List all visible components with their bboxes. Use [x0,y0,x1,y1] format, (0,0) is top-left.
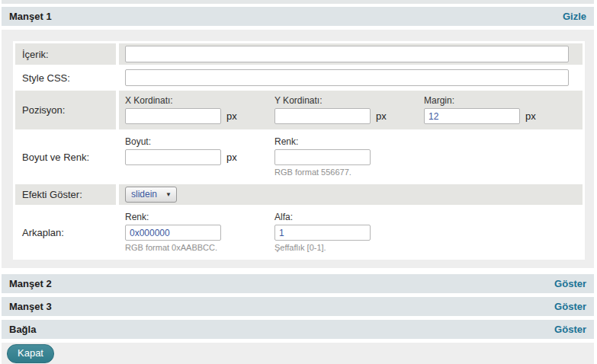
accordion-widget: Manşet 1 Gizle İçerik: Style CSS: Pozisy… [2,0,594,364]
px-unit: px [226,110,237,122]
margin-label: Margin: [424,95,573,106]
margin-group: Margin: px [424,94,573,124]
panel-title: Manşet 3 [9,301,52,312]
form-row-pozisyon: Pozisyon: X Kordinatı: px Y Kordinatı: [15,91,583,129]
x-coordinate-group: X Kordinatı: px [125,94,274,124]
panel-header-manset-3: Manşet 3 Göster [2,297,594,316]
arkaplan-renk-group: Renk: RGB format 0xAABBCC. [125,211,274,252]
renk-group: Renk: RGB format 556677. [274,136,424,177]
form-row-style-css: Style CSS: [15,67,583,88]
x-coordinate-input[interactable] [125,108,221,124]
form-row-boyut-ve-renk: Boyut ve Renk: Boyut: px Renk: [15,132,583,182]
pozisyon-label: Pozisyon: [15,91,116,129]
panel-header-manset-1: Manşet 1 Gizle [2,7,594,26]
show-link[interactable]: Göster [554,301,586,312]
arkaplan-renk-input[interactable] [125,225,221,241]
manset-1-panel-body: İçerik: Style CSS: Pozisyon: X Kordinatı… [2,30,594,268]
effect-select[interactable]: slidein ▼ [125,187,177,203]
y-coordinate-input[interactable] [274,108,371,124]
alfa-group: Alfa: Şeffaflık [0-1]. [274,211,424,252]
x-coordinate-label: X Kordinatı: [125,95,274,106]
alfa-input[interactable] [274,225,371,241]
panel-title: Manşet 2 [9,278,52,289]
icerik-input[interactable] [125,46,569,62]
chevron-down-icon: ▼ [165,191,172,198]
renk-label: Renk: [274,136,424,147]
top-divider [2,0,594,4]
form-row-arkaplan: Arkaplan: Renk: RGB format 0xAABBCC. Alf… [15,207,583,257]
panel-header-bagla: Bağla Göster [2,320,594,339]
footer-bar: Kapat [2,343,594,364]
arkaplan-label: Arkaplan: [15,207,116,257]
style-css-input[interactable] [125,69,569,86]
alfa-range-hint: Şeffaflık [0-1]. [274,243,424,252]
show-link[interactable]: Göster [554,278,586,289]
px-unit: px [376,110,387,122]
hide-link[interactable]: Gizle [563,11,586,22]
alfa-label: Alfa: [274,212,424,222]
form-row-efekti-goster: Efekti Göster: slidein ▼ [15,184,583,205]
panel-title: Bağla [9,324,36,335]
px-unit: px [226,152,237,163]
y-coordinate-group: Y Kordinatı: px [274,94,424,124]
px-unit: px [525,110,536,122]
form-row-icerik: İçerik: [15,43,583,65]
panel-header-manset-2: Manşet 2 Göster [2,274,594,293]
renk-input[interactable] [274,149,371,165]
close-button[interactable]: Kapat [7,344,54,363]
boyut-input[interactable] [125,149,221,165]
boyut-group: Boyut: px [125,136,274,177]
icerik-label: İçerik: [15,43,116,65]
margin-input[interactable] [424,108,520,124]
boyut-label: Boyut: [125,136,274,147]
arkaplan-renk-format-hint: RGB format 0xAABBCC. [125,243,274,252]
manset-1-form: İçerik: Style CSS: Pozisyon: X Kordinatı… [13,41,585,260]
y-coordinate-label: Y Kordinatı: [274,95,424,106]
renk-format-hint: RGB format 556677. [274,168,424,177]
efekti-goster-label: Efekti Göster: [15,184,116,205]
effect-selected-value: slidein [131,189,157,200]
arkaplan-renk-label: Renk: [125,212,274,222]
style-css-label: Style CSS: [15,67,116,88]
boyut-ve-renk-label: Boyut ve Renk: [15,132,116,182]
show-link[interactable]: Göster [554,324,586,335]
panel-title: Manşet 1 [9,11,52,22]
